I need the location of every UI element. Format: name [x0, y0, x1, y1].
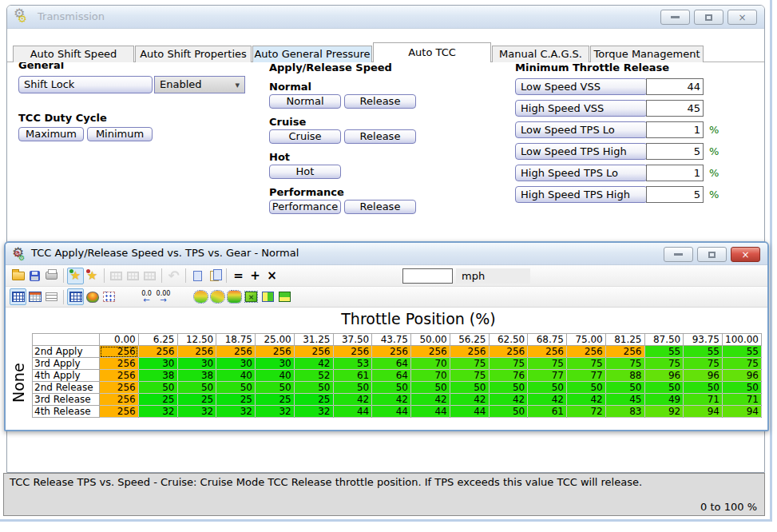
grid-cell[interactable]: 70: [411, 358, 450, 370]
grid-cell[interactable]: 45: [605, 394, 644, 406]
surface-map-2-icon[interactable]: [209, 288, 226, 305]
row-header[interactable]: 4th Release: [33, 406, 100, 418]
print-icon[interactable]: [43, 268, 60, 284]
grid-cell[interactable]: 30: [216, 358, 256, 370]
grid-cell[interactable]: 44: [372, 406, 411, 418]
grid-cell[interactable]: 256: [256, 346, 295, 358]
grid-cell[interactable]: 30: [138, 358, 177, 370]
row-header[interactable]: 3rd Release: [33, 394, 100, 406]
low-speed-vss-input[interactable]: [646, 78, 704, 95]
high-speed-tps-lo-input[interactable]: [646, 165, 704, 181]
grid-view-icon[interactable]: [10, 288, 26, 305]
grid-cell[interactable]: 38: [177, 370, 216, 382]
grid-cell[interactable]: 256: [100, 370, 139, 382]
grid-cell[interactable]: 42: [372, 394, 411, 406]
grid-cell[interactable]: 256: [605, 346, 644, 358]
grid-cell[interactable]: 32: [138, 406, 177, 418]
grid-cell[interactable]: 38: [138, 370, 177, 382]
undo-icon[interactable]: ↶: [165, 268, 182, 284]
grid-cell[interactable]: 50: [372, 382, 411, 394]
grid-cell[interactable]: 50: [489, 382, 528, 394]
grid-cell[interactable]: 61: [528, 406, 567, 418]
tcc-maximize-button[interactable]: [697, 247, 727, 262]
maximize-button[interactable]: [694, 10, 723, 25]
grid-cell[interactable]: 50: [489, 406, 528, 418]
low-speed-vss-label-button[interactable]: Low Speed VSS: [515, 78, 648, 95]
equals-icon[interactable]: =: [230, 268, 247, 284]
grid-cell[interactable]: 64: [372, 370, 411, 382]
grid-cell[interactable]: 32: [216, 406, 256, 418]
grid-cell[interactable]: 50: [684, 382, 723, 394]
low-speed-tps-high-input[interactable]: [646, 143, 704, 160]
grid-cell[interactable]: 256: [177, 346, 216, 358]
grid-cell[interactable]: 72: [567, 406, 606, 418]
grid-cell[interactable]: 25: [294, 394, 333, 406]
tcc-close-button[interactable]: ×: [731, 247, 760, 262]
grid-cell[interactable]: 256: [216, 346, 256, 358]
column-header[interactable]: 62.50: [489, 334, 528, 346]
high-speed-tps-lo-label-button[interactable]: High Speed TPS Lo: [515, 165, 648, 181]
low-speed-tps-lo-label-button[interactable]: Low Speed TPS Lo: [515, 121, 648, 138]
cruise-release-button[interactable]: Release: [344, 129, 416, 144]
grid-cell[interactable]: 256: [100, 346, 139, 358]
grid-cell[interactable]: 94: [723, 406, 762, 418]
paste-icon[interactable]: [206, 268, 223, 284]
low-speed-tps-high-label-button[interactable]: Low Speed TPS High: [515, 143, 648, 160]
grid-cell[interactable]: 50: [723, 382, 762, 394]
column-header[interactable]: 25.00: [256, 334, 295, 346]
table-graph-icon[interactable]: [26, 288, 43, 305]
low-speed-tps-lo-input[interactable]: [646, 121, 704, 138]
grid-cell[interactable]: 71: [684, 394, 723, 406]
column-header[interactable]: 50.00: [411, 334, 450, 346]
plus-icon[interactable]: +: [247, 268, 264, 284]
tcc-minimize-button[interactable]: [664, 247, 693, 262]
high-speed-vss-input[interactable]: [646, 100, 704, 117]
high-speed-vss-label-button[interactable]: High Speed VSS: [515, 100, 648, 117]
grid-cell[interactable]: 75: [489, 358, 528, 370]
minimize-button[interactable]: [660, 10, 690, 25]
grid-cell[interactable]: 256: [100, 406, 139, 418]
column-header[interactable]: 100.00: [723, 334, 762, 346]
copy-icon[interactable]: [189, 268, 206, 284]
grid-cell[interactable]: 96: [644, 370, 684, 382]
maximum-button[interactable]: Maximum: [18, 127, 84, 141]
grid-cell[interactable]: 32: [294, 406, 333, 418]
close-button[interactable]: ×: [727, 10, 757, 25]
multiply-icon[interactable]: ×: [264, 268, 280, 284]
grid-cell[interactable]: 42: [567, 394, 606, 406]
chart-3d-icon[interactable]: [84, 288, 101, 305]
minimum-button[interactable]: Minimum: [87, 127, 153, 141]
text-view-icon[interactable]: [43, 288, 60, 305]
grid-cell[interactable]: 256: [294, 346, 333, 358]
save-file-icon[interactable]: [26, 268, 43, 284]
tab-auto-general-pressure[interactable]: Auto General Pressure: [252, 46, 372, 62]
tab-torque-management[interactable]: Torque Management: [590, 46, 704, 62]
grid-cell[interactable]: 75: [450, 358, 489, 370]
decimal-increase-icon[interactable]: 0.00→: [155, 288, 172, 305]
performance-release-button[interactable]: Release: [344, 200, 416, 214]
grid-cell[interactable]: 25: [138, 394, 177, 406]
grid-cell[interactable]: 64: [372, 358, 411, 370]
column-header[interactable]: 87.50: [644, 334, 684, 346]
grid-cell[interactable]: 32: [256, 406, 295, 418]
high-speed-tps-high-label-button[interactable]: High Speed TPS High: [515, 186, 648, 203]
grid-cell[interactable]: 42: [450, 394, 489, 406]
row-header[interactable]: 2nd Release: [33, 382, 100, 394]
grid-cell[interactable]: 77: [567, 370, 606, 382]
column-header[interactable]: 68.75: [528, 334, 567, 346]
column-header[interactable]: 43.75: [372, 334, 411, 346]
normal-release-button[interactable]: Release: [344, 94, 416, 109]
grid-cell[interactable]: 256: [372, 346, 411, 358]
grid-cell[interactable]: 50: [644, 382, 684, 394]
shift-lock-dropdown[interactable]: Enabled ▾: [154, 76, 245, 93]
grid-cell[interactable]: 256: [567, 346, 606, 358]
grid-cell[interactable]: 75: [528, 358, 567, 370]
grid-cell[interactable]: 40: [256, 370, 295, 382]
column-header[interactable]: 93.75: [684, 334, 723, 346]
grid-cell[interactable]: 50: [605, 382, 644, 394]
grid-cell[interactable]: 49: [644, 394, 684, 406]
grid-cell[interactable]: 50: [450, 382, 489, 394]
grid-cell[interactable]: 32: [177, 406, 216, 418]
grid-cell[interactable]: 50: [256, 382, 295, 394]
vertical-split-icon[interactable]: [260, 288, 276, 305]
